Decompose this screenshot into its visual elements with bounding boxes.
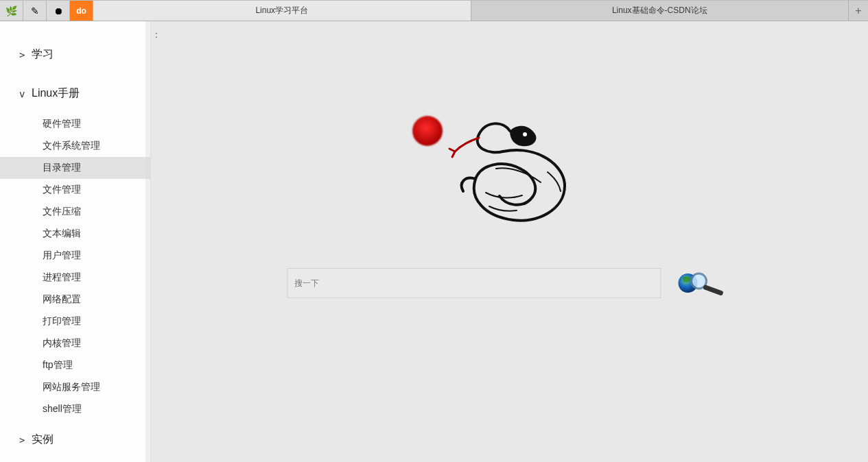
sidebar-item-file[interactable]: 文件管理 [0,179,150,201]
app-icon-1[interactable]: 🌿 [0,1,23,21]
sidebar-section-examples[interactable]: > 实例 [0,420,150,459]
app-icon-4[interactable]: do [70,1,93,21]
sidebar-item-user[interactable]: 用户管理 [0,245,150,267]
scrollbar[interactable] [145,21,150,462]
chevron-down-icon: v [19,88,32,99]
content-area: : [151,21,868,462]
sidebar-label: 学习 [32,47,54,62]
sidebar-item-webservice[interactable]: 网站服务管理 [0,376,150,398]
svg-rect-3 [703,284,724,296]
tab-inactive[interactable]: Linux基础命令-CSDN论坛 [471,1,849,21]
sidebar-section-study[interactable]: > 学习 [0,35,150,74]
sidebar-label: 实例 [32,433,54,447]
tab-bar: 🌿 ✎ ⏺ do Linux学习平台 Linux基础命令-CSDN论坛 + [0,0,868,21]
tab-active[interactable]: Linux学习平台 [93,1,471,21]
globe-magnifier-icon [675,269,730,297]
sidebar-item-kernel[interactable]: 内核管理 [0,332,150,354]
app-icon-3[interactable]: ⏺ [47,1,70,21]
sidebar-label: Linux手册 [32,86,80,101]
sidebar[interactable]: > 学习 v Linux手册 硬件管理 文件系统管理 目录管理 文件管理 文件压… [0,21,151,462]
sidebar-item-filesystem[interactable]: 文件系统管理 [0,135,150,157]
sidebar-item-process[interactable]: 进程管理 [0,267,150,289]
search-input[interactable] [287,268,661,298]
svg-point-0 [523,132,527,136]
sidebar-sublist: 硬件管理 文件系统管理 目录管理 文件管理 文件压缩 文本编辑 用户管理 进程管… [0,113,150,420]
main-area: > 学习 v Linux手册 硬件管理 文件系统管理 目录管理 文件管理 文件压… [0,21,868,462]
sidebar-item-compress[interactable]: 文件压缩 [0,201,150,223]
red-sun-icon [412,116,443,146]
fragment-colon: : [155,29,158,40]
search-button[interactable] [673,268,732,298]
sidebar-item-textedit[interactable]: 文本编辑 [0,223,150,245]
app-icon-2[interactable]: ✎ [23,1,47,21]
new-tab-button[interactable]: + [849,1,868,21]
sidebar-item-ftp[interactable]: ftp管理 [0,354,150,376]
hero-image [407,104,613,241]
search-row [287,268,732,298]
sidebar-item-directory[interactable]: 目录管理 [0,157,150,179]
chevron-right-icon: > [19,49,32,60]
sidebar-item-print[interactable]: 打印管理 [0,311,150,332]
sidebar-item-network[interactable]: 网络配置 [0,289,150,311]
chevron-right-icon: > [19,435,32,446]
sidebar-item-hardware[interactable]: 硬件管理 [0,113,150,135]
sidebar-section-linux-manual[interactable]: v Linux手册 [0,74,150,113]
sidebar-item-shell[interactable]: shell管理 [0,398,150,420]
